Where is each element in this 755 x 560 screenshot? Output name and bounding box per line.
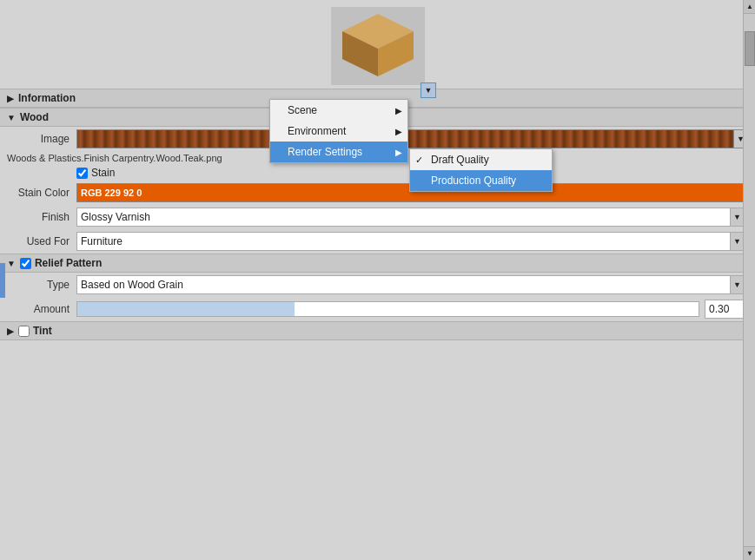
preview-area: ▼ — [0, 0, 755, 89]
type-row: Type Based on Wood Grain ▼ — [0, 273, 755, 297]
amount-slider[interactable] — [76, 301, 699, 317]
amount-label: Amount — [7, 303, 76, 315]
wood-arrow-icon: ▼ — [7, 113, 16, 122]
tint-label: Tint — [33, 325, 52, 337]
relief-pattern-arrow-icon: ▼ — [7, 259, 16, 268]
production-quality-label: Production Quality — [431, 175, 516, 187]
finish-select[interactable]: Glossy Varnish ▼ — [76, 208, 748, 227]
stain-color-value: RGB 229 92 0 — [81, 188, 142, 198]
stain-row: Stain — [0, 165, 755, 181]
type-value: Based on Wood Grain — [81, 279, 730, 291]
image-content: ▼ — [76, 129, 748, 148]
preview-dropdown-button[interactable]: ▼ — [421, 82, 436, 98]
used-for-row: Used For Furniture ▼ — [0, 229, 755, 254]
amount-value: 0.30 — [709, 303, 729, 315]
finish-content: Glossy Varnish ▼ — [76, 208, 748, 227]
scene-label: Scene — [288, 104, 317, 116]
draft-quality-item[interactable]: ✓ Draft Quality — [410, 149, 552, 170]
finish-row: Finish Glossy Varnish ▼ — [0, 205, 755, 229]
amount-slider-container: 0.30 — [76, 300, 748, 319]
scene-submenu-arrow-icon: ▶ — [395, 106, 402, 115]
type-label: Type — [7, 279, 76, 291]
finish-label: Finish — [7, 211, 76, 223]
stain-checkbox[interactable] — [76, 168, 88, 179]
environment-submenu-arrow-icon: ▶ — [395, 127, 402, 136]
main-panel: ▼ ▶ Information ▼ Wood Image ▼ Woods & P… — [0, 0, 755, 560]
used-for-content: Furniture ▼ — [76, 232, 748, 251]
used-for-select[interactable]: Furniture ▼ — [76, 232, 748, 251]
scrollbar-down-button[interactable]: ▼ — [744, 546, 755, 560]
scrollbar-down-icon: ▼ — [746, 550, 753, 557]
finish-dropdown-arrow-icon[interactable]: ▼ — [730, 208, 744, 226]
scrollbar-up-button[interactable]: ▲ — [744, 0, 755, 14]
stain-color-row: Stain Color RGB 229 92 0 — [0, 181, 755, 205]
preview-dropdown-arrow: ▼ — [425, 86, 433, 95]
stain-color-label: Stain Color — [7, 187, 76, 199]
type-content: Based on Wood Grain ▼ — [76, 275, 748, 294]
context-menu: Scene ▶ Environment ▶ Render Settings ▶ … — [269, 99, 408, 163]
draft-quality-checkmark-icon: ✓ — [415, 155, 423, 166]
render-settings-menu-item[interactable]: Render Settings ▶ — [270, 142, 407, 162]
tint-arrow-icon: ▶ — [7, 326, 14, 336]
type-select[interactable]: Based on Wood Grain ▼ — [76, 275, 748, 294]
wood-label: Wood — [20, 111, 49, 123]
type-dropdown-arrow-icon[interactable]: ▼ — [730, 276, 744, 293]
amount-slider-fill — [77, 302, 295, 316]
information-label: Information — [18, 92, 76, 104]
render-settings-submenu-arrow-icon: ▶ — [395, 148, 402, 157]
environment-label: Environment — [288, 125, 346, 137]
scrollbar-thumb[interactable] — [745, 31, 755, 66]
material-preview — [331, 7, 425, 85]
stain-label: Stain — [91, 167, 115, 179]
scrollbar[interactable]: ▲ ▼ — [743, 0, 755, 560]
relief-pattern-label: Relief Pattern — [35, 257, 102, 269]
finish-value: Glossy Varnish — [81, 211, 730, 223]
production-quality-item[interactable]: Production Quality — [410, 170, 552, 191]
amount-content: 0.30 — [76, 300, 748, 319]
scrollbar-up-icon: ▲ — [746, 3, 753, 10]
environment-menu-item[interactable]: Environment ▶ — [270, 121, 407, 142]
tint-section-header[interactable]: ▶ Tint — [0, 321, 755, 340]
used-for-label: Used For — [7, 235, 76, 247]
relief-pattern-checkbox[interactable] — [20, 258, 31, 269]
used-for-dropdown-arrow-icon[interactable]: ▼ — [730, 233, 744, 250]
used-for-value: Furniture — [81, 235, 730, 247]
scene-menu-item[interactable]: Scene ▶ — [270, 100, 407, 121]
render-settings-label: Render Settings — [288, 146, 362, 158]
image-label: Image — [7, 133, 76, 145]
relief-pattern-section-header[interactable]: ▼ Relief Pattern — [0, 254, 755, 273]
amount-row: Amount 0.30 — [0, 297, 755, 321]
draft-quality-label: Draft Quality — [431, 154, 489, 166]
left-indicator — [0, 263, 5, 298]
information-arrow-icon: ▶ — [7, 94, 14, 103]
render-settings-submenu: ✓ Draft Quality Production Quality — [409, 148, 553, 192]
amount-value-field[interactable]: 0.30 — [705, 300, 748, 319]
tint-checkbox[interactable] — [18, 326, 30, 337]
